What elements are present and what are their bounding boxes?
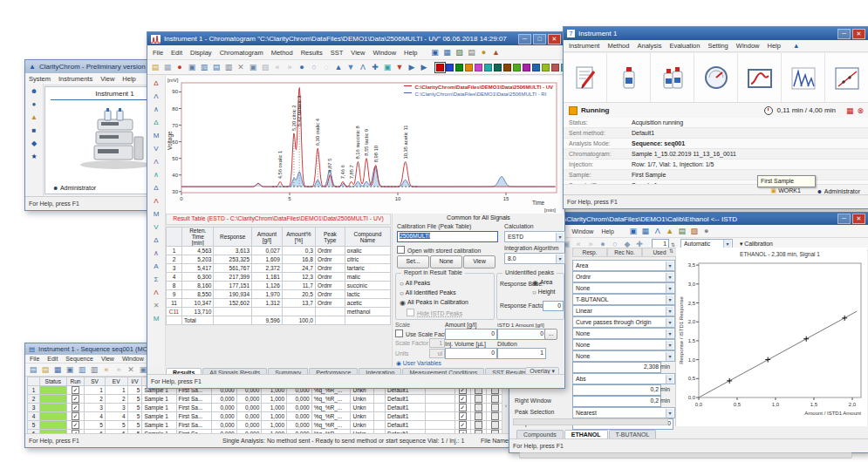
panel-spinner-icon[interactable]: ⇅: [669, 248, 673, 254]
next-icon[interactable]: ▶: [419, 62, 429, 72]
signal-color-13[interactable]: [551, 64, 559, 71]
print-icon[interactable]: ▥: [223, 62, 234, 72]
integration-dropdown[interactable]: 8.0▾: [504, 253, 565, 264]
compound-param-dropdown[interactable]: Ordnr▾: [572, 271, 675, 282]
menu-window[interactable]: Window: [735, 42, 761, 50]
close-button[interactable]: ✕: [548, 34, 561, 44]
signal-color-1[interactable]: [436, 64, 444, 71]
panel-hscrollbar[interactable]: [513, 418, 668, 425]
column-header[interactable]: Resp.: [572, 248, 607, 257]
sequence-cell[interactable]: [487, 412, 503, 421]
users-icon[interactable]: ◆: [28, 139, 40, 149]
view-button[interactable]: View: [463, 255, 496, 268]
spinner-arrows-icon[interactable]: ⇅: [671, 241, 675, 248]
copy-icon[interactable]: ▣: [248, 62, 258, 72]
shield-icon[interactable]: ■: [28, 126, 40, 136]
sequence-cell[interactable]: Sample 1: [142, 395, 176, 404]
sequence-run-button[interactable]: [651, 53, 694, 102]
sequence-cell[interactable]: %q_%R_...: [311, 404, 351, 412]
sequence-cell[interactable]: 5: [127, 404, 142, 412]
sequence-cell[interactable]: ✓: [455, 395, 470, 404]
export-icon[interactable]: ▣: [187, 62, 197, 72]
redo-icon[interactable]: »: [113, 364, 124, 375]
sequence-cell[interactable]: 0,000: [236, 395, 262, 404]
sequence-cell[interactable]: [39, 395, 66, 404]
sequence-cell[interactable]: [471, 395, 487, 404]
sequence-cell[interactable]: 0,000: [236, 412, 262, 421]
sequence-cell[interactable]: 1,000: [262, 412, 287, 421]
compound-param-dropdown[interactable]: Curve passes through Origin▾: [572, 316, 675, 328]
lock-icon[interactable]: ▼: [394, 62, 405, 72]
compound-param-dropdown[interactable]: None▾: [572, 328, 675, 339]
report-mini-icon[interactable]: ▤: [467, 47, 477, 58]
settings-icon[interactable]: ●: [701, 226, 712, 236]
sequence-cell[interactable]: First Sa...: [176, 421, 212, 430]
erase-tool-icon[interactable]: ✕: [150, 301, 162, 311]
paste-icon[interactable]: ▨: [260, 62, 270, 72]
chromatogram-titlebar[interactable]: Instrument 1 - Chromatogram "C:\ClarityC…: [147, 32, 564, 45]
sequence-cell[interactable]: [487, 421, 503, 430]
preview-icon[interactable]: ▤: [211, 62, 222, 72]
sequence-cell[interactable]: 4: [85, 412, 105, 421]
gear-icon[interactable]: ●: [28, 99, 40, 110]
sequence-cell[interactable]: 0,000: [212, 421, 237, 430]
menu-window[interactable]: Window: [571, 228, 595, 234]
chart-icon[interactable]: ▨: [689, 226, 700, 236]
use-scale-checkbox[interactable]: Use Scale Factor: [395, 330, 451, 337]
move-icon[interactable]: ✚: [370, 62, 380, 72]
tab-compounds[interactable]: Compounds: [516, 430, 564, 438]
sequence-cell[interactable]: 1,000: [262, 421, 287, 430]
field-input[interactable]: 2,308: [572, 362, 661, 373]
menu-help[interactable]: Help: [121, 75, 136, 83]
scale-icon[interactable]: ▼: [345, 62, 356, 72]
abort-button[interactable]: ⊗: [857, 106, 864, 115]
fit-icon[interactable]: ▣: [382, 62, 393, 72]
table-icon[interactable]: ▤: [677, 226, 687, 236]
sequence-cell[interactable]: 0,000: [236, 404, 262, 412]
menu-chromatogram[interactable]: Chromatogram: [219, 49, 264, 57]
cut-icon[interactable]: ✕: [126, 364, 136, 375]
sequence-cell[interactable]: 1,000: [262, 395, 287, 404]
sequence-cell[interactable]: 0,000: [287, 395, 312, 404]
sequence-cell[interactable]: [487, 395, 503, 404]
sequence-cell[interactable]: %q_%R_...: [311, 412, 351, 421]
sequence-cell[interactable]: 1: [85, 386, 105, 395]
signal-color-11[interactable]: [532, 64, 540, 71]
text-tool-icon[interactable]: A: [150, 262, 162, 272]
menu-edit[interactable]: Edit: [170, 49, 183, 57]
menu-analysis[interactable]: Analysis: [636, 42, 662, 50]
info-mini-icon[interactable]: ●: [479, 47, 489, 58]
menu-instruments[interactable]: Instruments: [58, 75, 93, 83]
radio-all-peaks[interactable]: ○All Peaks: [400, 279, 468, 289]
menu-window[interactable]: Window: [121, 356, 145, 362]
minimize-button[interactable]: ─: [837, 29, 851, 39]
network-icon[interactable]: ★: [28, 152, 40, 162]
marker-tool-icon[interactable]: Λ: [150, 288, 162, 298]
signal-color-5[interactable]: [475, 64, 482, 71]
sequence-cell[interactable]: 2: [105, 395, 127, 404]
baseline-icon[interactable]: Λ: [358, 62, 368, 72]
close-button[interactable]: ✕: [852, 29, 865, 39]
signal-color-8[interactable]: [503, 64, 511, 71]
zoom-reset-icon[interactable]: ◌: [321, 62, 331, 72]
istd-more-button[interactable]: ...: [544, 329, 557, 340]
menu-system[interactable]: System: [28, 75, 51, 83]
maximize-button[interactable]: □: [533, 34, 546, 44]
chromatogram-blue-icon[interactable]: ▣: [430, 47, 441, 58]
field-dropdown[interactable]: Abs▾: [572, 373, 675, 384]
report-icon[interactable]: ●: [174, 62, 185, 72]
menu-display[interactable]: Display: [189, 49, 213, 57]
instrument-titlebar[interactable]: 7 Instrument 1 ─✕: [564, 27, 868, 40]
sequence-cell[interactable]: 3: [85, 404, 105, 412]
compound-param-dropdown[interactable]: None▾: [572, 350, 675, 362]
menu-instrument[interactable]: Instrument: [568, 42, 600, 50]
menu-results[interactable]: Results: [300, 49, 324, 57]
dilution-input[interactable]: 1: [497, 348, 546, 359]
signal-color-2[interactable]: [446, 64, 454, 71]
overlay-tool-icon[interactable]: Δ: [150, 78, 162, 89]
tab-ethanol[interactable]: ETHANOL: [564, 430, 608, 438]
sequence-cell[interactable]: 3: [105, 404, 127, 412]
preview-icon[interactable]: ▥: [77, 364, 87, 375]
chromatogram-overlay-icon[interactable]: ▦: [442, 47, 453, 58]
sequence-cell[interactable]: 0,000: [212, 395, 237, 404]
